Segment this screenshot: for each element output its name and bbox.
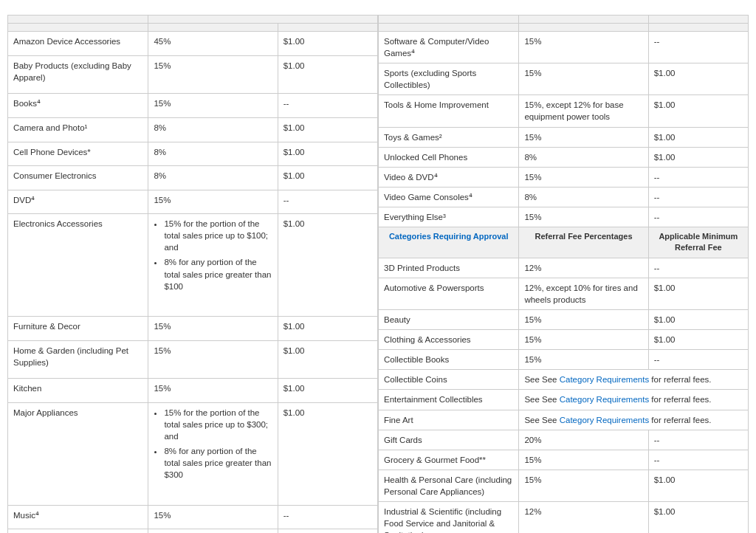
category-cell: Video Game Consoles⁴ (379, 187, 519, 207)
min-fee-cell: $1.00 (278, 142, 377, 166)
table-row: Books⁴15%-- (8, 94, 378, 118)
table-row: Fine ArtSee See Category Requirements fo… (379, 410, 749, 430)
table-row: 3D Printed Products12%-- (379, 258, 749, 278)
table-row: Collectible Books15%-- (379, 350, 749, 370)
table-row: Collectible CoinsSee See Category Requir… (379, 370, 749, 390)
category-cell: 3D Printed Products (379, 258, 519, 278)
min-fee-cell: $1.00 (648, 330, 748, 350)
table-row: Major Appliances15% for the portion of t… (8, 403, 378, 506)
min-fee-cell: -- (648, 32, 748, 63)
table-row: Industrial & Scientific (including Food … (379, 502, 749, 533)
table-row: Electronics Accessories15% for the porti… (8, 214, 378, 317)
min-fee-cell: $1.00 (278, 317, 377, 341)
category-cell: Cell Phone Devices* (8, 142, 148, 166)
category-cell: DVD⁴ (8, 190, 148, 214)
min-fee-cell: $1.00 (648, 147, 748, 167)
min-fee-cell: $1.00 (648, 127, 748, 147)
left-min-subheader (278, 24, 377, 32)
category-cell: Gift Cards (379, 430, 519, 450)
category-cell: Books⁴ (8, 94, 148, 118)
min-fee-cell: -- (278, 190, 377, 214)
category-cell: Sports (excluding Sports Collectibles) (379, 63, 519, 95)
min-fee-cell: $1.00 (648, 470, 748, 501)
left-fee-subheader (148, 24, 278, 32)
min-fee-cell: -- (648, 167, 748, 187)
min-fee-cell: $1.00 (278, 340, 377, 379)
table-row: Gift Cards20%-- (379, 430, 749, 450)
fee-cell: 15% (519, 167, 648, 187)
table-row: Tools & Home Improvement15%, except 12% … (379, 95, 749, 127)
table-row: Cell Phone Devices*8%$1.00 (8, 142, 378, 166)
fee-cell: 15% (519, 470, 648, 501)
table-row: Music⁴15%-- (8, 505, 378, 529)
fee-cell: 8% (519, 187, 648, 207)
approval-fee-header: Referral Fee Percentages (519, 227, 648, 258)
category-cell: Fine Art (379, 410, 519, 430)
fee-cell: See See Category Requirements for referr… (519, 410, 749, 430)
fee-cell: 15% (519, 207, 648, 227)
fee-cell: 15% (148, 55, 278, 94)
category-cell: Beauty (379, 310, 519, 330)
table-row: Sports (excluding Sports Collectibles)15… (379, 63, 749, 95)
fee-cell: 15% (519, 63, 648, 95)
table-row: Clothing & Accessories15%$1.00 (379, 330, 749, 350)
category-cell: Furniture & Decor (8, 317, 148, 341)
table-row: Software & Computer/Video Games⁴15%-- (379, 32, 749, 63)
fee-cell: See See Category Requirements for referr… (519, 390, 749, 410)
category-requirements-link[interactable]: Category Requirements (560, 416, 649, 424)
table-row: Home & Garden (including Pet Supplies)15… (8, 340, 378, 379)
min-fee-cell: -- (278, 505, 377, 529)
fee-cell: 15% (519, 330, 648, 350)
left-empty-subheader (8, 24, 148, 32)
fee-cell: 15% (148, 505, 278, 529)
category-cell: Everything Else³ (379, 207, 519, 227)
category-cell: Software & Computer/Video Games⁴ (379, 32, 519, 63)
category-cell: Music⁴ (8, 505, 148, 529)
table-row: Musical Instruments15%$1.00 (8, 529, 378, 533)
table-row: Health & Personal Care (including Person… (379, 470, 749, 501)
fee-cell: 15% for the portion of the total sales p… (148, 214, 278, 317)
min-fee-cell: $1.00 (648, 310, 748, 330)
min-fee-cell: -- (648, 430, 748, 450)
min-fee-cell: $1.00 (278, 117, 377, 142)
approval-header-row: Categories Requiring ApprovalReferral Fe… (379, 227, 749, 258)
category-cell: Amazon Device Accessories (8, 32, 148, 56)
fee-cell: 15% (148, 190, 278, 214)
category-cell: Kitchen (8, 379, 148, 403)
min-fee-cell: $1.00 (278, 55, 377, 94)
approval-link[interactable]: Categories Requiring Approval (389, 232, 509, 241)
category-cell: Industrial & Scientific (including Food … (379, 502, 519, 533)
min-fee-cell: $1.00 (278, 214, 377, 317)
fee-cell: 15% (148, 379, 278, 403)
fee-cell: 45% (148, 32, 278, 56)
min-fee-cell: $1.00 (648, 63, 748, 95)
category-cell: Home & Garden (including Pet Supplies) (8, 340, 148, 379)
table-row: Baby Products (excluding Baby Apparel)15… (8, 55, 378, 94)
fee-cell: 15% (519, 310, 648, 330)
table-row: Toys & Games²15%$1.00 (379, 127, 749, 147)
category-requirements-link[interactable]: Category Requirements (560, 375, 649, 384)
min-fee-cell: -- (648, 350, 748, 370)
fee-cell: 15% (148, 529, 278, 533)
fee-cell: 15% (148, 317, 278, 341)
fee-cell: 15%, except 12% for base equipment power… (519, 95, 648, 127)
table-row: Everything Else³15%-- (379, 207, 749, 227)
fee-cell: See See Category Requirements for referr… (519, 370, 749, 390)
table-row: Video & DVD⁴15%-- (379, 167, 749, 187)
category-cell: Musical Instruments (8, 529, 148, 533)
category-requirements-link[interactable]: Category Requirements (560, 395, 649, 404)
right-blank-header2 (379, 24, 749, 32)
fee-cell: 12% (519, 258, 648, 278)
category-cell: Major Appliances (8, 403, 148, 506)
left-header-row (8, 16, 378, 24)
category-cell: Electronics Accessories (8, 214, 148, 317)
fee-cell: 8% (148, 166, 278, 190)
category-cell: Consumer Electronics (8, 166, 148, 190)
left-subheader-row (8, 24, 378, 32)
category-cell: Entertainment Collectibles (379, 390, 519, 410)
approval-category-header[interactable]: Categories Requiring Approval (379, 227, 519, 258)
category-cell: Health & Personal Care (including Person… (379, 470, 519, 501)
table-row: Beauty15%$1.00 (379, 310, 749, 330)
table-row: Consumer Electronics8%$1.00 (8, 166, 378, 190)
main-container: Amazon Device Accessories45%$1.00Baby Pr… (7, 15, 749, 533)
